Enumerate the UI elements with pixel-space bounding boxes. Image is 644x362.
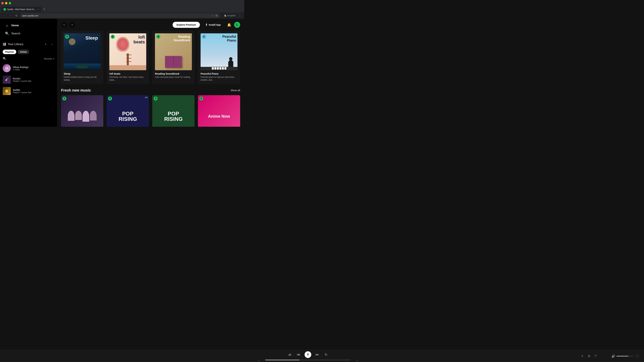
title-bar: × − + <box>0 0 244 6</box>
spotify-badge-pop-green: S <box>154 96 158 100</box>
playlist-card-sleep[interactable]: S Sleep Sleep Gentle Ambient piano to he… <box>61 31 103 84</box>
fresh-card-anime[interactable]: S Anime Now <box>198 95 240 127</box>
olivia-info: Olivia Rodrigo ★ Artist <box>13 66 54 71</box>
piano-desc: Peaceful piano to help you slow down, br… <box>200 76 238 81</box>
book-spine <box>173 56 174 66</box>
install-icon: ⬇ <box>205 23 208 26</box>
rockin-name: Rockin <box>13 77 54 80</box>
reading-desc: Calm and quiet piano music for reading. <box>155 76 192 79</box>
anime-now-text: Anime Now <box>208 114 230 119</box>
swiftie-info: Swiftie Playlist • Lauren Deli <box>13 88 54 94</box>
browser-menu-button[interactable]: ⋮ <box>238 13 242 18</box>
browser-right-icons: 🕵 Incognito ⋮ <box>223 13 242 18</box>
tab-title: Spotify - Web Player: Music fo... <box>7 8 36 10</box>
search-icon: 🔍 <box>5 31 10 36</box>
fresh-card-group[interactable]: S <box>61 95 103 127</box>
lofi-title-art: lofibeats <box>134 35 145 44</box>
spotify-badge-sleep: S <box>65 35 69 39</box>
extensions-icon[interactable]: ⊞ <box>215 14 218 17</box>
sleep-name: Sleep <box>64 72 100 75</box>
show-all-button[interactable]: Show all <box>230 89 240 92</box>
lofi-ladder <box>127 53 129 65</box>
sidebar: ⌂ Home 🔍 Search Your Library + → <box>0 19 57 127</box>
lofi-name: lofi beats <box>109 72 146 75</box>
fresh-card-pop-green[interactable]: S POPRISING <box>152 95 194 127</box>
lofi-playlist-image: S lofibeats <box>109 33 146 70</box>
library-item-rockin[interactable]: 🎸 Rockin Playlist • Lauren Deli <box>1 74 56 85</box>
back-button[interactable]: ‹ <box>2 13 7 18</box>
app-container: ⌂ Home 🔍 Search Your Library + → <box>0 19 244 127</box>
lofi-desc: chill beats, lofi vibes, new tracks ever… <box>109 76 146 81</box>
fresh-card-pop-ph[interactable]: S PH POPRISING <box>107 95 149 127</box>
forward-nav-button[interactable]: › <box>69 22 75 28</box>
artists-filter-button[interactable]: Artists <box>18 50 29 54</box>
playlist-card-lofi[interactable]: S lofibeats lofi beats <box>107 31 149 84</box>
library-list: O Olivia Rodrigo ★ Artist 🎸 Rockin Playl… <box>0 62 57 124</box>
tab-close-button[interactable]: × <box>37 8 40 11</box>
search-label: Search <box>12 32 20 35</box>
explore-premium-button[interactable]: Explore Premium <box>172 22 200 28</box>
sidebar-nav: ⌂ Home 🔍 Search <box>0 21 57 37</box>
notifications-button[interactable]: 🔔 <box>226 22 232 28</box>
ladder-rung-2 <box>126 58 132 58</box>
olivia-avatar: O <box>3 64 11 72</box>
home-label: Home <box>12 24 19 27</box>
top-bar: ‹ › Explore Premium ⬇ Install App 🔔 L <box>57 19 244 31</box>
library-item-swiftie[interactable]: 🌟 Swiftie Playlist • Lauren Deli <box>1 85 56 97</box>
sort-label: Recents <box>44 57 52 60</box>
user-avatar-button[interactable]: L <box>234 22 240 28</box>
piano-keys-art <box>200 67 238 70</box>
swiftie-sub: Playlist • Lauren Deli <box>13 91 54 94</box>
reading-playlist-image: S ReadingSoundtrack <box>155 33 192 70</box>
pop-rising-ph-text: POPRISING <box>118 111 137 122</box>
library-item-olivia[interactable]: O Olivia Rodrigo ★ Artist <box>1 62 56 74</box>
fresh-music-grid: S S PH POPRISING <box>61 95 240 127</box>
rockin-thumb: 🎸 <box>3 76 11 84</box>
tab-favicon <box>3 8 6 11</box>
sort-button[interactable]: Recents ≡ <box>44 57 54 60</box>
svg-rect-0 <box>3 43 4 46</box>
lofi-cloud-art <box>116 37 130 52</box>
new-tab-button[interactable]: + <box>42 7 47 12</box>
group-card-image: S <box>61 95 103 127</box>
spotify-badge-reading: S <box>156 35 160 39</box>
library-header: Your Library + → <box>0 40 57 48</box>
reading-name: Reading Soundtrack <box>155 72 192 75</box>
spotify-badge-group: S <box>62 96 66 100</box>
fresh-music-header: Fresh new music Show all <box>61 88 240 92</box>
address-bar[interactable]: open.spotify.com ☆ ⊞ <box>20 13 220 18</box>
playlist-card-piano[interactable]: S PeacefulPiano <box>198 31 240 84</box>
olivia-name: Olivia Rodrigo <box>13 66 54 68</box>
playlist-grid: S Sleep Sleep Gentle Ambient piano to he… <box>61 31 240 84</box>
address-bar-row: ‹ › ↻ open.spotify.com ☆ ⊞ 🕵 Incognito ⋮ <box>0 12 244 19</box>
piano-title-art: PeacefulPiano <box>222 35 236 42</box>
minimize-window-button[interactable]: − <box>5 2 8 4</box>
library-search-button[interactable]: 🔍 <box>3 57 6 60</box>
svg-rect-1 <box>4 43 4 46</box>
pop-rising-ph-tag: PH <box>145 96 148 98</box>
incognito-label: Incognito <box>227 14 236 17</box>
maximize-window-button[interactable]: + <box>9 2 11 4</box>
library-title: Your Library <box>8 43 42 46</box>
back-nav-button[interactable]: ‹ <box>61 22 67 28</box>
sidebar-item-home[interactable]: ⌂ Home <box>3 21 54 29</box>
sidebar-item-search[interactable]: 🔍 Search <box>3 29 54 37</box>
install-app-button[interactable]: ⬇ Install App <box>202 21 224 28</box>
reload-button[interactable]: ↻ <box>14 13 19 18</box>
swiftie-thumb: 🌟 <box>3 87 11 95</box>
fresh-music-title: Fresh new music <box>61 88 91 92</box>
incognito-icon: 🕵 <box>224 14 226 17</box>
add-to-library-button[interactable]: + <box>43 41 48 47</box>
expand-library-button[interactable]: → <box>49 41 54 47</box>
forward-button[interactable]: › <box>8 13 13 18</box>
close-window-button[interactable]: × <box>1 2 4 4</box>
sleep-title-art: Sleep <box>85 35 98 41</box>
playlist-card-reading[interactable]: S ReadingSoundtrack Reading Soundtrack C… <box>152 31 194 84</box>
browser-chrome: × − + Spotify - Web Player: Music fo... … <box>0 0 244 19</box>
active-tab[interactable]: Spotify - Web Player: Music fo... × <box>1 7 42 12</box>
spotify-badge-anime: S <box>199 96 203 100</box>
bookmark-icon[interactable]: ☆ <box>211 14 214 17</box>
playlists-filter-button[interactable]: Playlists <box>3 50 16 54</box>
incognito-badge[interactable]: 🕵 Incognito <box>223 14 237 17</box>
library-icon <box>3 42 6 46</box>
